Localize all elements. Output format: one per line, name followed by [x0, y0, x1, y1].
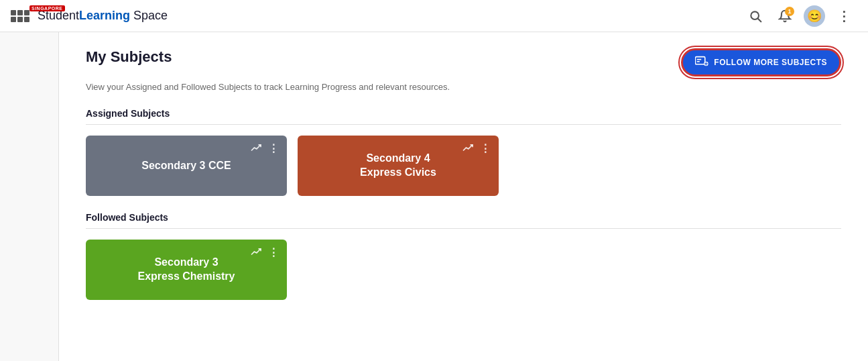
page-header: My Subjects FOLLOW MORE SUBJECTS — [86, 48, 841, 76]
followed-divider — [86, 228, 841, 229]
content-area: My Subjects FOLLOW MORE SUBJECTS — [59, 32, 868, 361]
search-icon — [749, 9, 762, 23]
chart-button-sec4-civics[interactable] — [461, 142, 475, 156]
followed-section-label: Followed Subjects — [86, 212, 841, 223]
page-subtitle: View your Assigned and Followed Subjects… — [86, 82, 841, 92]
logo-learning: Learning — [79, 9, 130, 22]
grid-icon[interactable] — [11, 10, 29, 22]
sidebar — [0, 32, 59, 361]
followed-cards-row: ⋮ Secondary 3 Express Chemistry — [86, 240, 841, 300]
follow-button-label: FOLLOW MORE SUBJECTS — [714, 58, 827, 67]
svg-line-1 — [758, 18, 761, 21]
card-title-sec3-chemistry: Secondary 3 Express Chemistry — [117, 256, 257, 284]
more-dots-icon: ⋮ — [480, 143, 491, 154]
page-title: My Subjects — [86, 48, 172, 66]
header-left: My Subjects — [86, 48, 172, 66]
logo-area: SINGAPORE StudentLearning Space — [11, 9, 168, 23]
follow-button-icon — [695, 56, 708, 69]
notification-badge: 1 — [785, 7, 794, 16]
chart-button-sec3-chemistry[interactable] — [249, 246, 263, 260]
followed-subjects-section: Followed Subjects ⋮ — [86, 212, 841, 300]
notification-button[interactable]: 1 — [771, 3, 798, 30]
more-button-sec4-civics[interactable]: ⋮ — [479, 142, 492, 156]
assigned-subjects-section: Assigned Subjects ⋮ — [86, 108, 841, 196]
more-button-sec3-chemistry[interactable]: ⋮ — [267, 246, 280, 260]
search-button[interactable] — [742, 3, 769, 30]
card-icons-sec3-cce: ⋮ — [249, 142, 280, 156]
chart-icon — [251, 248, 261, 257]
more-menu-button[interactable]: ⋮ — [830, 3, 857, 30]
follow-icon — [695, 56, 708, 66]
subject-card-sec3-chemistry[interactable]: ⋮ Secondary 3 Express Chemistry — [86, 240, 287, 300]
user-avatar: 😊 — [804, 5, 825, 27]
more-button-sec3-cce[interactable]: ⋮ — [267, 142, 280, 156]
card-title-sec4-civics: Secondary 4 Express Civics — [338, 152, 458, 180]
content-inner: My Subjects FOLLOW MORE SUBJECTS — [59, 32, 868, 361]
assigned-cards-row: ⋮ Secondary 3 CCE — [86, 136, 841, 196]
more-dots-icon: ⋮ — [268, 247, 279, 258]
assigned-section-label: Assigned Subjects — [86, 108, 841, 119]
subject-card-sec3-cce[interactable]: ⋮ Secondary 3 CCE — [86, 136, 287, 196]
chart-button-sec3-cce[interactable] — [249, 142, 263, 156]
assigned-divider — [86, 124, 841, 125]
avatar-icon: 😊 — [807, 9, 822, 23]
singapore-badge: SINGAPORE — [29, 5, 65, 11]
card-title-sec3-cce: Secondary 3 CCE — [120, 159, 252, 173]
card-icons-sec4-civics: ⋮ — [461, 142, 492, 156]
chart-icon — [251, 144, 261, 153]
chart-icon — [462, 144, 473, 153]
card-icons-sec3-chemistry: ⋮ — [249, 246, 280, 260]
follow-more-subjects-button[interactable]: FOLLOW MORE SUBJECTS — [681, 48, 841, 76]
avatar-button[interactable]: 😊 — [801, 3, 828, 30]
more-dots-icon: ⋮ — [268, 143, 279, 154]
more-icon: ⋮ — [837, 8, 851, 24]
main-layout: My Subjects FOLLOW MORE SUBJECTS — [0, 32, 868, 361]
logo-space: Space — [130, 9, 168, 22]
subject-card-sec4-civics[interactable]: ⋮ Secondary 4 Express Civics — [298, 136, 499, 196]
nav-icons: 1 😊 ⋮ — [742, 3, 857, 30]
top-navigation: SINGAPORE StudentLearning Space 1 😊 ⋮ — [0, 0, 868, 32]
svg-rect-2 — [696, 57, 705, 64]
